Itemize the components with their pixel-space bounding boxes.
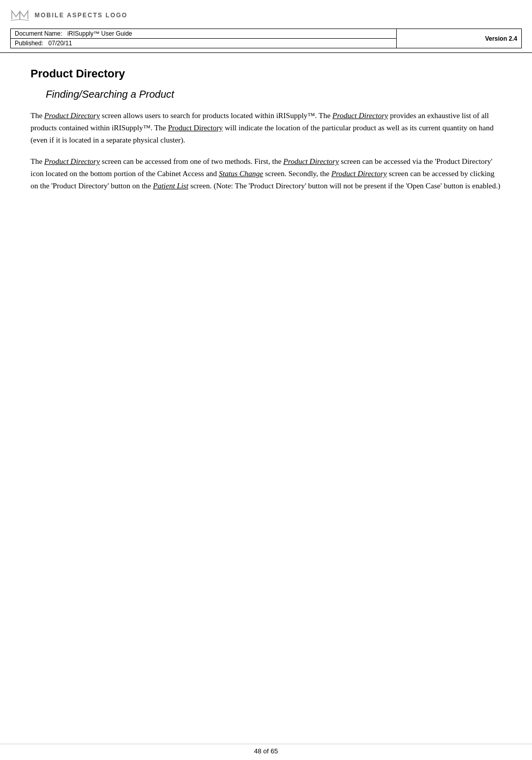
page-wrapper: Mobile Aspects Logo Document Name: iRISu…	[0, 0, 532, 760]
doc-info-table: Document Name: iRISupply™ User Guide Ver…	[10, 29, 522, 48]
header: Mobile Aspects Logo Document Name: iRISu…	[0, 0, 532, 53]
product-directory-link-2: Product Directory	[333, 111, 388, 120]
product-directory-link-6: Product Directory	[331, 170, 387, 178]
page-number: 48 of 65	[254, 747, 278, 755]
product-directory-link-5: Product Directory	[283, 157, 339, 165]
company-logo	[10, 5, 29, 25]
product-directory-link-1: Product Directory	[44, 111, 100, 120]
doc-name-cell: Document Name: iRISupply™ User Guide	[11, 29, 397, 39]
company-name: Mobile Aspects Logo	[35, 11, 128, 19]
main-content: Product Directory Finding/Searching a Pr…	[0, 53, 532, 232]
product-directory-link-4: Product Directory	[44, 157, 100, 165]
page-title: Product Directory	[31, 67, 501, 80]
logo-area: Mobile Aspects Logo	[10, 5, 522, 24]
company-name-text: Mobile Aspects Logo	[35, 12, 128, 19]
paragraph-1: The Product Directory screen allows user…	[31, 109, 501, 146]
version-value: Version 2.4	[485, 35, 517, 42]
pub-date-value: 07/20/11	[48, 40, 72, 47]
doc-label: Document Name:	[15, 30, 62, 37]
pub-label: Published:	[15, 40, 43, 47]
pub-date-cell: Published: 07/20/11	[11, 39, 397, 48]
paragraph-2: The Product Directory screen can be acce…	[31, 155, 501, 192]
doc-name-value: iRISupply™ User Guide	[67, 30, 132, 37]
footer: 48 of 65	[0, 744, 532, 755]
logo-icon	[10, 5, 29, 24]
product-directory-link-3: Product Directory	[168, 124, 223, 132]
section-subtitle: Finding/Searching a Product	[46, 89, 501, 100]
patient-list-link: Patient List	[153, 182, 189, 190]
version-cell: Version 2.4	[396, 29, 521, 48]
status-change-link: Status Change	[219, 170, 263, 178]
